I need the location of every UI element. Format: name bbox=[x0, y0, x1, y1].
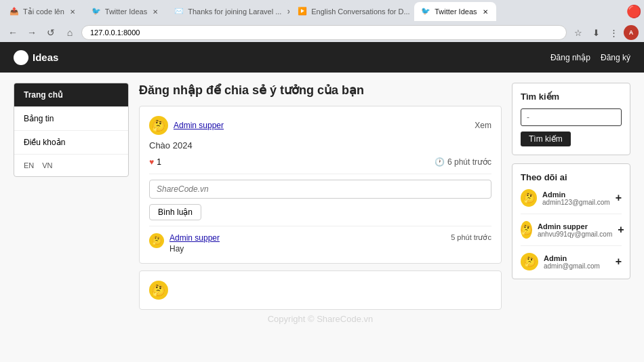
back-button[interactable]: ← bbox=[5, 25, 20, 40]
follow-divider-2 bbox=[521, 245, 622, 246]
header-nav: Đăng nhập Đăng ký bbox=[550, 53, 630, 62]
comment-author-link[interactable]: Admin supper bbox=[169, 233, 220, 243]
tab-bar: 📤 Tải code lên ✕ 🐦 Twitter Ideas ✕ ✉️ Th… bbox=[0, 0, 644, 23]
tab-1-favicon: 📤 bbox=[9, 7, 19, 16]
browser-chrome: 📤 Tải code lên ✕ 🐦 Twitter Ideas ✕ ✉️ Th… bbox=[0, 0, 644, 42]
tab-5-favicon: 🐦 bbox=[421, 7, 430, 16]
post-meta: ♥ 1 🕐 6 phút trước bbox=[149, 157, 491, 167]
follow-1-email: admin123@gmail.com bbox=[542, 199, 610, 206]
follow-2-info: Admin supper anhvu991qy@gmail.com bbox=[538, 222, 612, 238]
watermark: Copyright © ShareCode.vn bbox=[139, 314, 502, 324]
comment-button[interactable]: Bình luận bbox=[149, 204, 201, 220]
app-logo: ● Ideas bbox=[14, 50, 58, 65]
home-button[interactable]: ⌂ bbox=[62, 25, 77, 40]
app-container: ● Ideas Đăng nhập Đăng ký Trang chủ Bảng… bbox=[0, 42, 644, 362]
follow-item-1: 🤔 Admin admin123@gmail.com + bbox=[521, 189, 622, 207]
tab-2-label: Twitter Ideas bbox=[105, 7, 147, 16]
download-button[interactable]: ⬇ bbox=[588, 25, 603, 40]
tab-2[interactable]: 🐦 Twitter Ideas ✕ bbox=[85, 2, 166, 21]
follow-3-button[interactable]: + bbox=[616, 256, 622, 268]
author-avatar: 🤔 bbox=[149, 116, 168, 135]
post-card-partial: 🤔 bbox=[139, 270, 502, 310]
post-time: 6 phút trước bbox=[447, 157, 491, 167]
bookmark-button[interactable]: ☆ bbox=[571, 25, 586, 40]
lang-vn[interactable]: VN bbox=[42, 161, 52, 169]
profile-avatar[interactable]: A bbox=[624, 25, 639, 40]
app-header: ● Ideas Đăng nhập Đăng ký bbox=[0, 42, 644, 73]
sidebar: Trang chủ Bảng tin Điều khoản EN VN bbox=[14, 83, 129, 352]
sharecode-logo: 🔴 bbox=[626, 4, 641, 19]
follow-3-avatar: 🤔 bbox=[521, 253, 538, 270]
sidebar-item-home[interactable]: Trang chủ bbox=[14, 83, 128, 107]
tab-5-close[interactable]: ✕ bbox=[481, 7, 489, 17]
comment-item: 🤔 Admin supper 5 phút trước Hay bbox=[149, 233, 491, 254]
follow-1-info: Admin admin123@gmail.com bbox=[542, 190, 610, 206]
follow-3-info: Admin admin@gmail.com bbox=[544, 254, 610, 270]
tab-3[interactable]: ✉️ Thanks for joining Laravel ... ✕ bbox=[167, 2, 289, 21]
comment-right: Admin supper 5 phút trước Hay bbox=[169, 233, 491, 254]
follow-2-email: anhvu991qy@gmail.com bbox=[538, 230, 612, 238]
comment-input[interactable] bbox=[149, 180, 491, 199]
post-divider bbox=[149, 174, 491, 174]
follow-2-avatar: 🤔 bbox=[521, 221, 532, 239]
page-title: Đăng nhập để chia sẻ ý tưởng của bạn bbox=[139, 83, 502, 98]
follow-1-button[interactable]: + bbox=[616, 192, 622, 204]
tab-1-close[interactable]: ✕ bbox=[68, 7, 77, 17]
tab-5[interactable]: 🐦 Twitter Ideas ✕ bbox=[414, 2, 496, 21]
reload-button[interactable]: ↺ bbox=[43, 25, 58, 40]
comment-meta: Admin supper 5 phút trước bbox=[169, 233, 491, 243]
like-count: 1 bbox=[157, 157, 161, 167]
content-area: Đăng nhập để chia sẻ ý tưởng của bạn 🤔 A… bbox=[139, 83, 502, 352]
heart-icon: ♥ bbox=[149, 157, 154, 167]
post-author: 🤔 Admin supper bbox=[149, 116, 224, 135]
view-link[interactable]: Xem bbox=[475, 121, 491, 130]
tab-3-label: Thanks for joining Laravel ... bbox=[188, 7, 281, 16]
time-section: 🕐 6 phút trước bbox=[435, 157, 491, 167]
follow-2-button[interactable]: + bbox=[618, 224, 624, 236]
sidebar-item-terms[interactable]: Điều khoản bbox=[14, 131, 128, 155]
browser-actions: ☆ ⬇ ⋮ A bbox=[571, 25, 639, 40]
comment-time: 5 phút trước bbox=[451, 233, 491, 243]
tab-3-close[interactable]: ✕ bbox=[285, 7, 289, 17]
post-card: 🤔 Admin supper Xem Chào 2024 ♥ 1 🕐 6 phú… bbox=[139, 106, 502, 264]
tab-1[interactable]: 📤 Tải code lên ✕ bbox=[3, 2, 83, 21]
register-link[interactable]: Đăng ký bbox=[601, 53, 630, 62]
like-section[interactable]: ♥ 1 bbox=[149, 157, 161, 167]
sidebar-menu: Trang chủ Bảng tin Điều khoản EN VN bbox=[14, 83, 129, 177]
author-name-link[interactable]: Admin supper bbox=[174, 121, 224, 130]
tab-4-label: English Conversations for D... bbox=[311, 7, 410, 16]
tab-2-favicon: 🐦 bbox=[92, 7, 101, 16]
settings-button[interactable]: ⋮ bbox=[606, 25, 621, 40]
search-input[interactable] bbox=[521, 108, 622, 126]
logo-icon: ● bbox=[14, 50, 28, 65]
right-panel: Tìm kiếm Tìm kiếm Theo dõi ai 🤔 Admin ad… bbox=[512, 83, 630, 352]
address-bar: ← → ↺ ⌂ ☆ ⬇ ⋮ A bbox=[0, 23, 644, 42]
follow-item-2: 🤔 Admin supper anhvu991qy@gmail.com + bbox=[521, 221, 622, 239]
app-logo-text: Ideas bbox=[33, 52, 58, 63]
login-link[interactable]: Đăng nhập bbox=[550, 53, 590, 62]
follow-2-name: Admin supper bbox=[538, 222, 612, 230]
post-content: Chào 2024 bbox=[149, 140, 491, 150]
address-input[interactable] bbox=[81, 25, 567, 40]
clock-icon: 🕐 bbox=[435, 157, 445, 167]
forward-button[interactable]: → bbox=[24, 25, 39, 40]
lang-en[interactable]: EN bbox=[24, 161, 34, 169]
comment-divider bbox=[149, 226, 491, 226]
sidebar-item-feed[interactable]: Bảng tin bbox=[14, 107, 128, 131]
tab-5-label: Twitter Ideas bbox=[435, 7, 477, 16]
follow-divider-1 bbox=[521, 214, 622, 214]
follow-title: Theo dõi ai bbox=[521, 172, 622, 182]
post2-avatar: 🤔 bbox=[149, 281, 168, 300]
follow-item-3: 🤔 Admin admin@gmail.com + bbox=[521, 253, 622, 270]
tab-1-label: Tải code lên bbox=[23, 7, 64, 16]
tab-3-favicon: ✉️ bbox=[174, 7, 184, 16]
tab-4-favicon: ▶️ bbox=[298, 7, 307, 16]
comment-text: Hay bbox=[169, 244, 491, 254]
tab-2-close[interactable]: ✕ bbox=[151, 7, 159, 17]
search-button[interactable]: Tìm kiếm bbox=[521, 132, 571, 146]
search-panel: Tìm kiếm Tìm kiếm bbox=[512, 83, 630, 155]
follow-panel: Theo dõi ai 🤔 Admin admin123@gmail.com +… bbox=[512, 163, 630, 279]
follow-3-name: Admin bbox=[544, 254, 610, 262]
tab-4[interactable]: ▶️ English Conversations for D... ✕ bbox=[291, 2, 413, 21]
follow-1-name: Admin bbox=[542, 190, 610, 199]
